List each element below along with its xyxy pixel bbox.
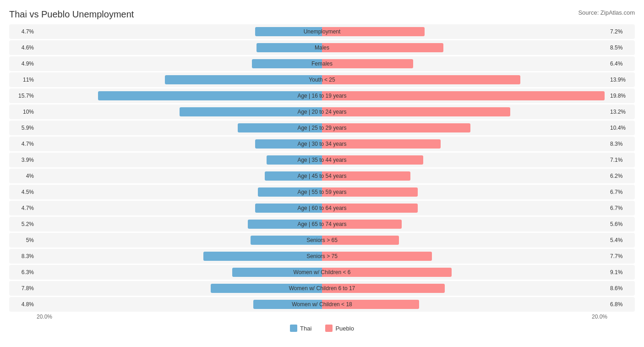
thai-bar <box>251 236 322 245</box>
pueblo-bar <box>322 155 423 165</box>
thai-value-label: 10% <box>9 109 37 115</box>
bar-row: 7.8%Women w/ Children 6 to 178.6% <box>9 281 635 296</box>
thai-value-label: 6.3% <box>9 269 37 275</box>
bar-row: 5.2%Age | 65 to 74 years5.6% <box>9 217 635 231</box>
bars-area: Age | 16 to 19 years <box>37 90 607 102</box>
pueblo-value-label: 13.2% <box>607 109 635 115</box>
legend: Thai Pueblo <box>9 325 635 332</box>
chart-area: 4.7%Unemployment7.2%4.6%Males8.5%4.9%Fem… <box>9 24 635 312</box>
pueblo-value-label: 7.2% <box>607 28 635 35</box>
bars-area: Women w/ Children 6 to 17 <box>37 282 607 294</box>
bars-area: Age | 35 to 44 years <box>37 154 607 166</box>
thai-bar <box>253 300 322 309</box>
thai-bar <box>211 284 322 293</box>
pueblo-value-label: 6.2% <box>607 173 635 179</box>
thai-bar <box>257 43 322 52</box>
bars-area: Seniors > 75 <box>37 250 607 262</box>
thai-value-label: 15.7% <box>9 93 37 99</box>
bar-row: 4.7%Unemployment7.2% <box>9 24 635 39</box>
bars-area: Age | 45 to 54 years <box>37 170 607 182</box>
pueblo-value-label: 5.6% <box>607 221 635 227</box>
pueblo-bar <box>322 252 432 261</box>
thai-bar <box>98 91 322 100</box>
thai-bar <box>252 59 322 68</box>
pueblo-bar <box>322 43 443 52</box>
pueblo-value-label: 7.7% <box>607 253 635 259</box>
legend-thai: Thai <box>290 325 311 332</box>
thai-value-label: 7.8% <box>9 285 37 292</box>
thai-value-label: 8.3% <box>9 253 37 259</box>
pueblo-value-label: 10.4% <box>607 125 635 131</box>
pueblo-value-label: 6.4% <box>607 61 635 67</box>
bars-area: Age | 55 to 59 years <box>37 186 607 198</box>
bars-area: Females <box>37 58 607 70</box>
pueblo-value-label: 8.6% <box>607 285 635 292</box>
bars-area: Age | 25 to 29 years <box>37 122 607 134</box>
pueblo-bar <box>322 139 441 149</box>
bar-row: 4.5%Age | 55 to 59 years6.7% <box>9 185 635 199</box>
thai-value-label: 3.9% <box>9 157 37 163</box>
pueblo-bar <box>322 236 399 245</box>
thai-bar <box>232 268 322 277</box>
thai-bar <box>165 75 322 84</box>
pueblo-value-label: 19.8% <box>607 93 635 99</box>
axis-right: 20.0% <box>592 314 607 320</box>
bar-row: 11%Youth < 2513.9% <box>9 72 635 87</box>
bar-row: 5.9%Age | 25 to 29 years10.4% <box>9 121 635 135</box>
pueblo-value-label: 6.8% <box>607 301 635 308</box>
bars-area: Seniors > 65 <box>37 234 607 246</box>
thai-value-label: 11% <box>9 77 37 83</box>
thai-value-label: 4.7% <box>9 141 37 147</box>
bottom-axis: 20.0% 20.0% <box>9 314 635 320</box>
bars-area: Age | 30 to 34 years <box>37 138 607 150</box>
bar-row: 3.9%Age | 35 to 44 years7.1% <box>9 153 635 167</box>
thai-bar <box>255 204 322 213</box>
pueblo-value-label: 5.4% <box>607 237 635 243</box>
pueblo-bar <box>322 187 418 197</box>
thai-value-label: 5% <box>9 237 37 243</box>
axis-left: 20.0% <box>37 314 52 320</box>
pueblo-value-label: 8.5% <box>607 44 635 51</box>
bar-row: 4.6%Males8.5% <box>9 40 635 55</box>
bars-area: Youth < 25 <box>37 74 607 86</box>
pueblo-value-label: 9.1% <box>607 269 635 275</box>
pueblo-bar <box>322 59 413 68</box>
thai-value-label: 4.5% <box>9 189 37 195</box>
legend-thai-box <box>290 325 297 332</box>
thai-value-label: 4.9% <box>9 61 37 67</box>
pueblo-bar <box>322 107 510 116</box>
legend-thai-label: Thai <box>300 325 311 332</box>
pueblo-value-label: 7.1% <box>607 157 635 163</box>
bars-area: Women w/ Children < 6 <box>37 266 607 278</box>
pueblo-bar <box>322 75 520 84</box>
thai-value-label: 4% <box>9 173 37 179</box>
pueblo-bar <box>322 27 425 36</box>
legend-pueblo: Pueblo <box>325 325 354 332</box>
thai-bar <box>255 27 322 36</box>
bars-area: Unemployment <box>37 26 607 38</box>
pueblo-bar <box>322 220 402 229</box>
thai-value-label: 4.7% <box>9 205 37 211</box>
pueblo-bar <box>322 123 470 132</box>
pueblo-bar <box>322 204 418 213</box>
pueblo-value-label: 6.7% <box>607 189 635 195</box>
thai-value-label: 4.8% <box>9 301 37 308</box>
pueblo-bar <box>322 284 445 293</box>
pueblo-value-label: 8.3% <box>607 141 635 147</box>
pueblo-value-label: 6.7% <box>607 205 635 211</box>
bar-row: 4.7%Age | 30 to 34 years8.3% <box>9 137 635 151</box>
thai-bar <box>203 252 322 261</box>
bars-area: Age | 20 to 24 years <box>37 106 607 118</box>
thai-bar <box>255 139 322 149</box>
bar-row: 6.3%Women w/ Children < 69.1% <box>9 265 635 280</box>
thai-bar <box>267 155 322 165</box>
legend-pueblo-box <box>325 325 333 332</box>
bar-row: 5%Seniors > 655.4% <box>9 233 635 248</box>
thai-bar <box>238 123 322 132</box>
thai-value-label: 4.6% <box>9 44 37 51</box>
bar-row: 10%Age | 20 to 24 years13.2% <box>9 105 635 119</box>
thai-bar <box>180 107 322 116</box>
pueblo-bar <box>322 91 605 100</box>
thai-bar <box>265 171 322 181</box>
bars-area: Women w/ Children < 18 <box>37 298 607 310</box>
